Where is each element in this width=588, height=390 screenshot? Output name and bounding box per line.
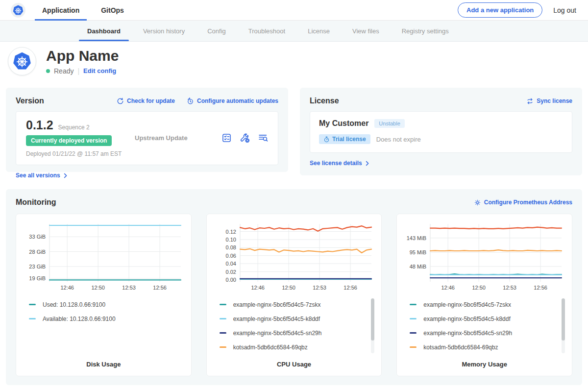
svg-text:12:50: 12:50: [91, 285, 105, 291]
svg-text:12:46: 12:46: [251, 285, 265, 291]
svg-text:0.12: 0.12: [225, 229, 236, 235]
disk-usage-card: 12:4612:5012:5312:5619 GiB23 GiB28 GiB33…: [16, 214, 192, 376]
channel-badge: Unstable: [374, 119, 404, 128]
legend-scrollbar-track[interactable]: [562, 298, 565, 353]
version-source-label: Upstream Update: [135, 134, 188, 142]
license-details-card: My Customer Unstable Trial license Does …: [310, 111, 572, 153]
cpu-usage-title: CPU Usage: [214, 361, 375, 370]
svg-text:0.00: 0.00: [225, 277, 236, 283]
disk-usage-title: Disk Usage: [23, 361, 184, 370]
legend-swatch: [220, 332, 226, 334]
chevron-right-icon: [63, 173, 68, 178]
add-new-application-button[interactable]: Add a new application: [458, 2, 542, 18]
preflight-checks-icon[interactable]: [221, 133, 232, 143]
legend-item: kotsadm-5db6dc6584-69qbz: [220, 340, 375, 354]
tab-version-history[interactable]: Version history: [143, 21, 185, 41]
top-nav-tabs: Application GitOps: [42, 0, 146, 21]
legend-item: example-nginx-5bc6f5d4c5-k8ddf: [220, 312, 375, 326]
legend-item: example-nginx-5bc6f5d4c5-7zskx: [220, 297, 375, 312]
nav-tab-application[interactable]: Application: [42, 0, 79, 21]
app-header: App Name Ready | Edit config: [0, 42, 588, 82]
sync-license-link[interactable]: Sync license: [526, 98, 572, 105]
sync-arrows-icon: [526, 98, 534, 105]
gear-icon: [474, 199, 481, 206]
legend-item: kotsadm-5db6dc6584-69qbz: [410, 340, 565, 354]
clock-refresh-icon: [187, 98, 194, 105]
legend-item: example-nginx-5bc6f5d4c5-7zskx: [410, 297, 565, 312]
legend-item: Available: 10.128.0.66:9100: [29, 312, 184, 326]
legend-swatch: [220, 346, 226, 348]
see-license-details-link[interactable]: See license details: [310, 160, 572, 167]
tab-dashboard[interactable]: Dashboard: [87, 21, 121, 41]
license-panel: License Sync license My C: [300, 88, 582, 175]
legend-item: example-nginx-5bc6f5d4c5-sn29h: [410, 326, 565, 340]
logout-link[interactable]: Log out: [553, 6, 576, 14]
cpu-usage-chart: 12:4612:5012:5312:560.000.020.040.060.08…: [214, 220, 374, 294]
svg-text:12:46: 12:46: [60, 285, 74, 291]
app-title: App Name: [46, 48, 119, 64]
legend-swatch: [29, 304, 36, 305]
svg-text:0.08: 0.08: [225, 244, 236, 250]
monitoring-panel: Monitoring Co: [6, 189, 582, 385]
configure-prometheus-link[interactable]: Configure Prometheus Address: [474, 199, 572, 206]
app-status: Ready: [54, 67, 74, 75]
check-for-update-link[interactable]: Check for update: [117, 98, 175, 105]
legend-item: example-nginx-5bc6f5d4c5-sn29h: [220, 326, 375, 340]
legend-scrollbar-track[interactable]: [371, 298, 374, 353]
svg-text:12:46: 12:46: [441, 285, 455, 291]
app-sub-navbar: Dashboard Version history Config Trouble…: [0, 21, 588, 42]
legend-item: Used: 10.128.0.66:9100: [29, 297, 184, 312]
cpu-usage-card: 12:4612:5012:5312:560.000.020.040.060.08…: [206, 214, 382, 376]
tab-config[interactable]: Config: [207, 21, 226, 41]
svg-text:12:50: 12:50: [472, 285, 486, 291]
monitoring-title: Monitoring: [16, 198, 56, 207]
tab-license[interactable]: License: [308, 21, 330, 41]
license-expiration: Does not expire: [376, 136, 421, 143]
svg-text:12:56: 12:56: [534, 285, 548, 291]
customer-name: My Customer: [319, 119, 368, 128]
disk-usage-legend: Used: 10.128.0.66:9100 Available: 10.128…: [23, 297, 184, 361]
tab-troubleshoot[interactable]: Troubleshoot: [248, 21, 285, 41]
sequence-label: Sequence 2: [58, 124, 90, 131]
legend-scrollbar-thumb[interactable]: [371, 298, 374, 341]
deploy-logs-icon[interactable]: [258, 133, 268, 143]
memory-usage-title: Memory Usage: [404, 361, 565, 370]
kubernetes-logo-icon: [11, 3, 25, 18]
svg-text:12:56: 12:56: [153, 285, 167, 291]
trial-license-badge: Trial license: [319, 134, 370, 144]
edit-config-icon[interactable]: [240, 133, 250, 143]
disk-usage-chart: 12:4612:5012:5312:5619 GiB23 GiB28 GiB33…: [23, 220, 184, 294]
legend-scrollbar-thumb[interactable]: [562, 298, 565, 341]
memory-usage-chart: 12:4612:5012:5312:5648 MiB95 MiB143 MiB: [404, 220, 564, 294]
configure-automatic-updates-link[interactable]: Configure automatic updates: [187, 98, 278, 105]
svg-text:12:50: 12:50: [282, 285, 295, 291]
edit-config-link[interactable]: Edit config: [83, 67, 116, 74]
version-panel-title: Version: [16, 97, 44, 105]
refresh-icon: [117, 98, 124, 105]
top-navbar: Application GitOps Add a new application…: [0, 0, 588, 21]
tab-view-files[interactable]: View files: [352, 21, 379, 41]
top-nav-right: Add a new application Log out: [458, 2, 576, 18]
nav-tab-gitops[interactable]: GitOps: [101, 0, 124, 21]
svg-text:33 GiB: 33 GiB: [29, 234, 46, 240]
svg-text:23 GiB: 23 GiB: [29, 264, 46, 269]
legend-swatch: [220, 318, 226, 319]
see-all-versions-link[interactable]: See all versions: [16, 172, 278, 179]
version-panel: Version Check for update: [6, 88, 288, 172]
dashboard-content: Version Check for update: [0, 82, 588, 385]
svg-text:19 GiB: 19 GiB: [29, 275, 46, 281]
svg-text:12:53: 12:53: [122, 285, 136, 291]
svg-text:95 MiB: 95 MiB: [410, 249, 426, 255]
svg-text:0.04: 0.04: [225, 261, 236, 267]
legend-swatch: [29, 318, 36, 319]
legend-swatch: [220, 304, 226, 305]
legend-swatch: [410, 318, 416, 319]
legend-swatch: [410, 304, 416, 305]
version-number: 0.1.2: [26, 118, 53, 132]
current-version-card: 0.1.2 Sequence 2 Currently deployed vers…: [16, 111, 278, 165]
memory-usage-card: 12:4612:5012:5312:5648 MiB95 MiB143 MiB …: [396, 214, 572, 376]
svg-text:0.02: 0.02: [225, 269, 236, 275]
tab-registry-settings[interactable]: Registry settings: [402, 21, 449, 41]
stopwatch-icon: [323, 136, 330, 143]
svg-text:28 GiB: 28 GiB: [29, 249, 46, 255]
